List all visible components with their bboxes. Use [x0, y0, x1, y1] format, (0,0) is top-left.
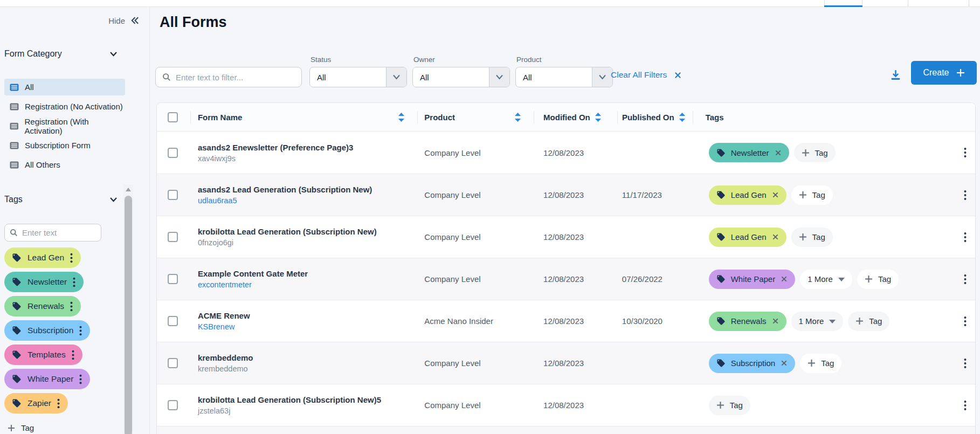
row-checkbox[interactable]	[168, 274, 178, 284]
remove-tag-icon[interactable]	[772, 233, 779, 240]
remove-tag-icon[interactable]	[781, 360, 788, 367]
row-tag-pill[interactable]: White Paper	[709, 270, 796, 289]
filter-dropdown[interactable]: All	[515, 67, 613, 87]
remove-tag-icon[interactable]	[772, 318, 779, 325]
table-search-input[interactable]	[176, 73, 295, 82]
sidebar-tag-pill[interactable]: Lead Gen	[4, 247, 81, 268]
form-category-item[interactable]: Subscription Form	[4, 137, 125, 154]
dropdown-toggle-button[interactable]	[386, 67, 406, 87]
column-header-label: Tags	[706, 113, 724, 122]
row-tag-pill[interactable]: Renewals	[709, 312, 786, 331]
remove-tag-icon[interactable]	[772, 191, 779, 198]
dropdown-toggle-button[interactable]	[489, 67, 509, 87]
add-tag-button[interactable]: Tag	[848, 312, 889, 331]
sort-icon[interactable]	[595, 113, 601, 122]
row-checkbox[interactable]	[168, 232, 178, 242]
row-tag-pill[interactable]: Lead Gen	[709, 185, 786, 205]
form-category-header[interactable]: Form Category	[4, 48, 118, 60]
sidebar-tag-pill[interactable]: Newsletter	[4, 272, 84, 292]
row-tag-pill[interactable]: Lead Gen	[709, 228, 786, 247]
column-header[interactable]: Published On	[617, 103, 693, 131]
row-kebab-icon[interactable]	[964, 147, 967, 158]
sidebar-tag-pill[interactable]: Renewals	[4, 296, 81, 316]
plus-icon	[802, 149, 810, 157]
row-actions-cell	[932, 300, 975, 342]
filter-dropdown[interactable]: All	[309, 67, 407, 87]
form-category-item[interactable]: Registration (No Activation)	[4, 98, 125, 115]
row-kebab-icon[interactable]	[964, 274, 967, 285]
form-name[interactable]: krembeddemo	[198, 353, 253, 362]
form-name[interactable]: ACME Renew	[198, 311, 250, 320]
row-checkbox[interactable]	[168, 400, 178, 410]
form-category-title: Form Category	[4, 49, 62, 59]
tags-header[interactable]: Tags	[4, 194, 118, 205]
form-name[interactable]: asands2 Enewsletter (Preference Page)3	[198, 143, 353, 152]
tag-options-kebab-icon[interactable]	[70, 301, 73, 312]
clear-all-filters-button[interactable]: Clear All Filters	[611, 70, 682, 80]
add-tag-button[interactable]: Tag	[800, 354, 841, 373]
sort-icon[interactable]	[398, 113, 404, 122]
form-name[interactable]: Example Content Gate Meter	[198, 269, 308, 278]
tag-icon	[12, 253, 22, 263]
remove-tag-icon[interactable]	[775, 149, 782, 156]
add-tag-button[interactable]: Tag	[857, 270, 899, 289]
sidebar-tag-pill[interactable]: Templates	[4, 345, 82, 365]
column-header[interactable]: Tags	[693, 103, 932, 131]
remove-tag-icon[interactable]	[781, 275, 788, 283]
form-name[interactable]: krobilotta Lead Generation (Subscription…	[198, 227, 377, 236]
tag-options-kebab-icon[interactable]	[70, 253, 73, 263]
column-header[interactable]: Modified On	[534, 103, 617, 131]
row-kebab-icon[interactable]	[964, 190, 967, 201]
form-name[interactable]: krobilotta Lead Generation (Subscription…	[198, 395, 381, 404]
column-header[interactable]	[932, 103, 975, 131]
list-icon	[10, 161, 19, 169]
more-tags-button[interactable]: 1 More	[791, 312, 844, 331]
sidebar-tag-pill[interactable]: Subscription	[4, 320, 90, 341]
sidebar-scrollbar[interactable]	[123, 184, 133, 434]
row-tag-pill[interactable]: Subscription	[709, 354, 796, 373]
sort-icon[interactable]	[679, 113, 685, 122]
create-button[interactable]: Create	[911, 61, 977, 85]
tag-options-kebab-icon[interactable]	[57, 398, 60, 409]
row-checkbox[interactable]	[168, 316, 178, 326]
filter-dropdown[interactable]: All	[412, 67, 510, 87]
plus-icon	[716, 401, 724, 409]
add-tag-button[interactable]: Tag	[709, 396, 750, 415]
form-name[interactable]: asands2 Lead Generation (Subscription Ne…	[198, 185, 372, 194]
row-checkbox[interactable]	[168, 148, 178, 158]
form-category-item[interactable]: All Others	[4, 156, 125, 173]
more-tags-button[interactable]: 1 More	[800, 270, 852, 289]
form-category-item[interactable]: Registration (With Activation)	[4, 118, 125, 134]
tag-search-input[interactable]	[22, 228, 87, 237]
dropdown-toggle-button[interactable]	[592, 67, 612, 87]
add-tag-button[interactable]: Tag	[791, 185, 833, 205]
tag-label: Subscription	[27, 326, 73, 335]
form-category-item[interactable]: All	[4, 79, 125, 95]
tag-options-kebab-icon[interactable]	[72, 350, 74, 360]
tag-options-kebab-icon[interactable]	[79, 374, 82, 384]
column-header[interactable]	[157, 103, 190, 131]
sort-icon[interactable]	[515, 113, 521, 122]
row-kebab-icon[interactable]	[964, 358, 967, 369]
row-checkbox[interactable]	[168, 358, 178, 368]
tag-options-kebab-icon[interactable]	[73, 277, 75, 287]
download-button[interactable]	[887, 66, 904, 83]
sidebar-tag-pill[interactable]: Zapier	[4, 393, 68, 414]
hide-sidebar-button[interactable]: Hide	[108, 16, 140, 25]
row-kebab-icon[interactable]	[964, 316, 967, 327]
sidebar-tag-pill[interactable]: White Paper	[4, 369, 90, 389]
tag-options-kebab-icon[interactable]	[79, 326, 82, 336]
column-header[interactable]: Product	[417, 103, 534, 131]
add-tag-sidebar-button[interactable]: Tag	[8, 423, 34, 432]
add-tag-button[interactable]: Tag	[794, 143, 836, 162]
row-kebab-icon[interactable]	[964, 400, 967, 411]
scrollbar-thumb[interactable]	[125, 196, 132, 434]
column-header[interactable]: Form Name	[190, 103, 417, 131]
row-tag-pill[interactable]: Newsletter	[709, 143, 789, 162]
table-search-box	[155, 67, 302, 87]
select-all-checkbox[interactable]	[168, 112, 178, 122]
add-tag-button[interactable]: Tag	[791, 228, 833, 247]
scroll-up-icon[interactable]	[126, 188, 131, 191]
row-checkbox[interactable]	[168, 190, 178, 200]
row-kebab-icon[interactable]	[964, 232, 967, 243]
